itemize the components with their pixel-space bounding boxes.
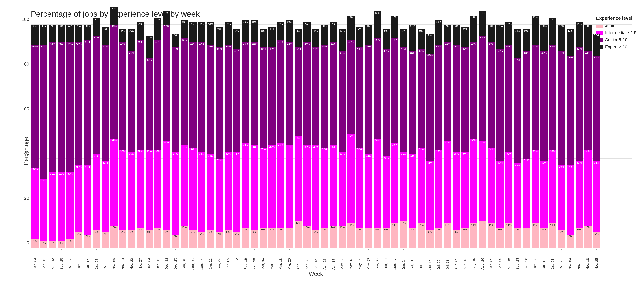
bar-segment-expert: 8% (137, 22, 144, 40)
x-tick-label: Aug, 26 (480, 251, 484, 270)
bar-segment-label: 7% (77, 232, 81, 236)
x-tick: Dec, 04 (145, 249, 154, 270)
bar-group: 8%34%49%10% (206, 24, 215, 248)
bar-group: 6%31%56%7% (83, 24, 92, 248)
x-tick-line (360, 249, 360, 250)
bar-group: 3%28%60%9% (40, 24, 48, 248)
bar-segment-label: 46% (410, 52, 415, 55)
bar-segment-label: 8% (490, 25, 493, 28)
x-tick-line (158, 249, 158, 250)
bar-segment-junior: 11% (506, 224, 513, 248)
x-tick-label: Jan, 08 (191, 251, 195, 270)
bar-segment-expert: 9% (330, 22, 337, 42)
x-tick-label: Mar, 11 (270, 251, 274, 270)
bar-segment-label: 39% (111, 139, 116, 142)
bar-segment-expert: 10% (286, 20, 293, 42)
bar-group: 9%38%46%8% (276, 24, 285, 248)
bar-segment-expert: 10% (251, 20, 258, 42)
x-tick: Mar, 18 (276, 249, 285, 270)
x-axis: Sep, 04Sep, 11Sep, 18Sep, 25Oct, 02Oct, … (31, 249, 632, 270)
bar-segment-senior: 48% (426, 54, 434, 161)
bar-group: 8%29%51%12% (558, 24, 566, 248)
bar-segment-junior: 6% (172, 234, 179, 248)
x-tick: Apr, 01 (294, 249, 303, 270)
bar-segment-expert: 8% (58, 24, 65, 42)
x-tick-label: Oct, 02 (68, 251, 72, 270)
bar-stack: 11%33%47%13% (532, 24, 539, 248)
bar-segment-label: 8% (112, 7, 116, 10)
bar-segment-label: 46% (287, 43, 292, 46)
bar-segment-label: 47% (401, 47, 406, 50)
bar-segment-intermediate: 36% (479, 141, 486, 221)
x-tick: Feb, 19 (241, 249, 250, 270)
bar-segment-expert: 8% (66, 24, 74, 42)
bar-segment-expert: 8% (488, 24, 495, 42)
x-tick-label: Aug, 19 (472, 251, 476, 270)
bar-segment-senior: 47% (391, 38, 398, 143)
bar-segment-label: 45% (340, 52, 345, 55)
bar-group: 8%31%48%9% (426, 24, 434, 248)
bar-segment-junior: 9% (435, 228, 442, 248)
bar-segment-expert: 11% (576, 22, 583, 47)
bar-segment-label: 52% (164, 25, 169, 28)
bar-group: 8%37%47%9% (189, 24, 197, 248)
bar-stack: 6%31%56%7% (84, 24, 91, 248)
bar-stack: 11%33%47%12% (549, 24, 556, 248)
x-tick: Oct, 09 (74, 249, 83, 270)
bar-segment-junior: 9% (286, 228, 293, 248)
bar-segment-label: 51% (111, 25, 116, 28)
x-tick: Sep, 09 (496, 249, 504, 270)
bar-segment-intermediate: 30% (75, 166, 82, 232)
bar-segment-label: 46% (278, 40, 283, 44)
x-tick-label: Jun, 03 (375, 251, 379, 270)
bar-segment-label: 30% (542, 161, 547, 164)
x-tick: Oct, 14 (540, 249, 548, 270)
bar-group: 12%36%47%11% (478, 24, 487, 248)
bar-group: 10%36%46%9% (303, 24, 311, 248)
bar-segment-junior: 7% (233, 232, 240, 248)
x-tick-line (491, 249, 492, 250)
bar-segment-label: 9% (33, 25, 37, 28)
bar-segment-label: 4% (68, 240, 72, 242)
bar-segment-label: 47% (436, 45, 441, 48)
bar-segment-junior: 11% (470, 224, 478, 248)
x-tick: Jan, 01 (180, 249, 189, 270)
bar-segment-expert: 11% (347, 16, 354, 40)
bar-segment-label: 8% (147, 230, 151, 234)
bar-segment-intermediate: 34% (584, 150, 592, 226)
x-tick-label: Apr, 29 (332, 251, 336, 270)
bar-stack: 10%36%46%9% (304, 24, 311, 248)
bar-segment-label: 8% (560, 230, 564, 234)
x-tick-label: Nov, 25 (595, 251, 599, 270)
bar-segment-label: 9% (367, 228, 370, 231)
bar-segment-label: 49% (568, 56, 573, 59)
bar-segment-intermediate: 34% (488, 148, 495, 224)
bar-group: 8%35%45%10% (127, 24, 136, 248)
bar-stack: 7%33%50%9% (216, 24, 223, 248)
bar-segment-label: 36% (304, 146, 310, 148)
bar-stack: 9%29%47%13% (514, 24, 522, 248)
x-tick: Mar, 11 (268, 249, 276, 270)
bar-segment-label: 46% (252, 43, 257, 46)
x-tick: Nov, 20 (127, 249, 136, 270)
bar-segment-label: 36% (199, 152, 204, 156)
x-tick: May, 27 (364, 249, 373, 270)
bar-segment-expert: 10% (154, 18, 162, 40)
bar-segment-label: 12% (559, 25, 564, 28)
bar-segment-label: 49% (208, 45, 213, 48)
bar-segment-label: 44% (269, 47, 274, 50)
x-tick-label: Nov, 06 (112, 251, 116, 270)
bar-segment-intermediate: 30% (540, 161, 548, 228)
bar-segment-senior: 44% (444, 42, 451, 141)
x-tick-line (140, 249, 140, 250)
bar-segment-label: 33% (340, 152, 345, 156)
bar-segment-label: 47% (533, 45, 538, 48)
bar-stack: 7%30%55%8% (75, 24, 82, 248)
bar-segment-intermediate: 37% (172, 152, 179, 234)
bar-segment-label: 10% (111, 226, 116, 229)
bar-segment-expert: 8% (444, 24, 451, 42)
x-tick-line (544, 249, 544, 250)
bar-segment-senior: 56% (84, 40, 91, 166)
bar-segment-label: 8% (138, 23, 142, 26)
bar-segment-label: 45% (129, 52, 134, 55)
